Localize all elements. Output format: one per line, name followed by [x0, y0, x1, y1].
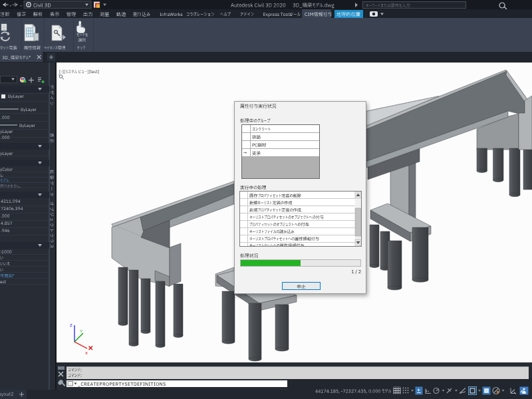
svg-text:Z: Z: [70, 323, 72, 327]
svg-text:Y: Y: [80, 329, 82, 333]
svg-text:X: X: [85, 351, 88, 355]
